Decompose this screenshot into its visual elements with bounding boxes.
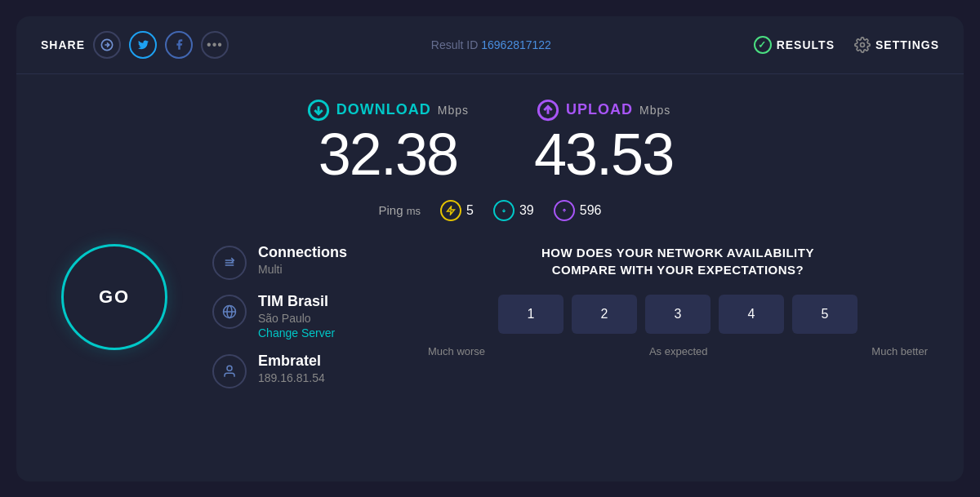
result-id: Result ID 16962817122 (431, 38, 551, 51)
rating-label-center: As expected (649, 345, 708, 357)
provider-ip: 189.16.81.54 (258, 371, 325, 384)
ping-upload-value: 596 (580, 203, 602, 218)
change-server-link[interactable]: Change Server (258, 326, 335, 339)
rating-label-right: Much better (871, 345, 928, 357)
rating-btn-1[interactable]: 1 (498, 295, 564, 334)
results-button[interactable]: ✓ RESULTS (754, 36, 835, 54)
connections-icon (212, 246, 247, 280)
rating-btn-3[interactable]: 3 (645, 295, 710, 334)
server-row: TIM Brasil São Paulo Change Server (212, 293, 392, 339)
ping-upload-icon (554, 200, 575, 221)
info-section: Connections Multi TIM Brasil S (212, 244, 392, 388)
upload-label: UPLOAD (566, 101, 633, 118)
download-block: DOWNLOAD Mbps 32.38 (307, 99, 469, 184)
ping-download: 39 (493, 200, 534, 221)
rating-labels: Much worse As expected Much better (425, 345, 931, 357)
upload-unit: Mbps (639, 104, 670, 117)
svg-point-1 (860, 42, 864, 47)
upload-block: UPLOAD Mbps 43.53 (534, 99, 673, 184)
provider-icon (212, 354, 247, 388)
rating-question: HOW DOES YOUR NETWORK AVAILABILITY COMPA… (541, 244, 814, 278)
upload-value: 43.53 (534, 125, 673, 184)
twitter-icon[interactable] (129, 31, 157, 59)
server-icon (212, 295, 247, 329)
provider-title: Embratel (258, 353, 325, 370)
server-location: São Paulo (258, 312, 335, 325)
download-unit: Mbps (438, 104, 469, 117)
rating-btn-2[interactable]: 2 (572, 295, 637, 334)
connections-title: Connections (258, 244, 347, 261)
rating-section: HOW DOES YOUR NETWORK AVAILABILITY COMPA… (425, 244, 931, 357)
share-label: SHARE (41, 38, 85, 51)
rating-btn-5[interactable]: 5 (792, 295, 858, 334)
upload-icon (537, 99, 559, 122)
ping-download-value: 39 (519, 203, 534, 218)
header-right: ✓ RESULTS SETTINGS (754, 36, 939, 54)
download-label: DOWNLOAD (336, 101, 431, 118)
header: SHARE ••• Result ID 1 (16, 16, 964, 74)
provider-row: Embratel 189.16.81.54 (212, 353, 392, 388)
rating-btn-4[interactable]: 4 (719, 295, 784, 334)
ping-label: Ping ms (379, 203, 421, 217)
go-label: GO (99, 286, 130, 308)
rating-buttons: 1 2 3 4 5 (498, 295, 858, 334)
svg-marker-6 (448, 206, 455, 215)
gear-icon (854, 37, 871, 53)
connections-value: Multi (258, 263, 347, 276)
download-value: 32.38 (318, 125, 457, 184)
main-content: DOWNLOAD Mbps 32.38 UPLOAD Mbps 43.53 (16, 74, 964, 413)
server-title: TIM Brasil (258, 293, 335, 310)
speed-section: DOWNLOAD Mbps 32.38 UPLOAD Mbps 43.53 (307, 99, 673, 184)
facebook-icon[interactable] (165, 31, 193, 59)
ping-download-icon (493, 200, 514, 221)
ping-upload: 596 (554, 200, 602, 221)
go-button-wrap: GO (49, 244, 180, 350)
result-id-link[interactable]: 16962817122 (481, 38, 551, 51)
rating-label-left: Much worse (428, 345, 485, 357)
ping-section: Ping ms 5 39 (379, 200, 602, 221)
main-container: SHARE ••• Result ID 1 (16, 16, 964, 481)
ping-idle-value: 5 (466, 203, 474, 218)
results-check-icon: ✓ (754, 36, 772, 54)
connections-row: Connections Multi (212, 244, 392, 280)
ping-idle-icon (440, 200, 461, 221)
link-icon[interactable] (93, 31, 121, 59)
bottom-row: GO Connections Mu (49, 244, 931, 388)
go-button[interactable]: GO (61, 244, 167, 350)
more-icon[interactable]: ••• (201, 31, 229, 59)
settings-button[interactable]: SETTINGS (854, 37, 939, 53)
share-section: SHARE ••• (41, 31, 229, 59)
svg-point-15 (227, 366, 232, 371)
download-icon (307, 99, 330, 122)
ping-idle: 5 (440, 200, 474, 221)
